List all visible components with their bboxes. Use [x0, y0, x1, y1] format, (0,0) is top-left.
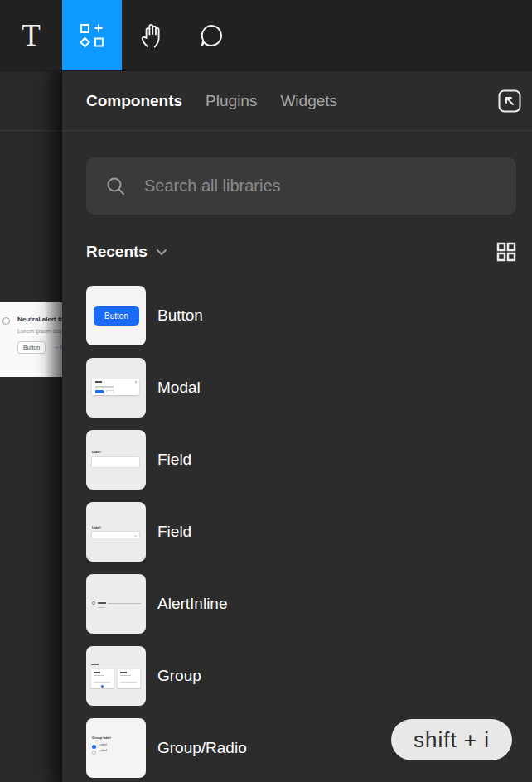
panel-header: Components Plugins Widgets — [62, 71, 532, 131]
thumbnail-alertinline — [86, 574, 146, 634]
list-item-label: Group/Radio — [157, 739, 247, 757]
hand-tool-button[interactable] — [122, 0, 181, 70]
thumbnail-field-select: Label ⌄ — [86, 502, 146, 562]
list-item-field-select[interactable]: Label ⌄ Field — [86, 502, 247, 562]
search-icon — [105, 176, 127, 197]
shortcut-badge: shift + i — [391, 719, 512, 760]
list-item-modal[interactable]: Modal — [86, 358, 247, 418]
list-item-label: Modal — [157, 379, 201, 397]
list-item-group[interactable]: Group — [86, 646, 247, 706]
list-item-alertinline[interactable]: AlertInline — [86, 574, 247, 634]
mini-radio-unselected — [92, 751, 96, 755]
thumbnail-field-input: Label — [86, 430, 146, 490]
list-item-group-radio[interactable]: Group label Label Label Group/Radio — [86, 718, 247, 778]
thumbnail-group-radio: Group label Label Label — [86, 718, 146, 778]
text-tool-icon: T — [22, 20, 41, 51]
search-input[interactable]: Search all libraries — [86, 157, 516, 215]
comment-tool-button[interactable] — [181, 0, 241, 70]
list-item-label: Field — [157, 451, 191, 469]
thumbnail-group — [86, 646, 146, 706]
canvas-background[interactable]: Neutral alert title Lorem ipsum dolor am… — [0, 71, 62, 782]
list-item-label: Group — [157, 667, 201, 685]
tab-widgets[interactable]: Widgets — [280, 92, 337, 110]
thumbnail-modal — [86, 358, 146, 418]
recents-row: Recents — [86, 239, 516, 264]
components-icon — [80, 23, 104, 48]
text-tool-button[interactable]: T — [0, 0, 62, 70]
thumbnail-button: Button — [86, 286, 146, 345]
list-item-button[interactable]: Button Button — [86, 286, 247, 345]
tab-plugins[interactable]: Plugins — [206, 92, 257, 110]
components-tool-button[interactable] — [62, 0, 122, 70]
list-item-field[interactable]: Label Field — [86, 430, 247, 490]
list-item-label: AlertInline — [157, 595, 228, 613]
grid-view-icon[interactable] — [496, 242, 516, 262]
list-item-label: Button — [157, 307, 203, 325]
pop-out-panel-button[interactable] — [498, 89, 521, 113]
toolbar: T — [0, 0, 532, 71]
comment-bubble-icon — [198, 22, 225, 49]
tab-components[interactable]: Components — [86, 92, 182, 110]
recents-list: Button Button Modal Label Field — [86, 286, 247, 778]
alert-button[interactable]: Button — [17, 341, 46, 354]
hand-icon — [138, 22, 165, 49]
panel-shadow — [44, 71, 62, 782]
chevron-down-icon — [156, 249, 167, 256]
recents-dropdown[interactable]: Recents — [86, 243, 167, 261]
search-placeholder: Search all libraries — [144, 176, 281, 196]
info-icon — [2, 317, 10, 325]
recents-title: Recents — [86, 243, 148, 261]
mini-button: Button — [94, 306, 139, 326]
components-panel: Components Plugins Widgets Search all li… — [62, 71, 532, 782]
list-item-label: Field — [157, 523, 191, 541]
